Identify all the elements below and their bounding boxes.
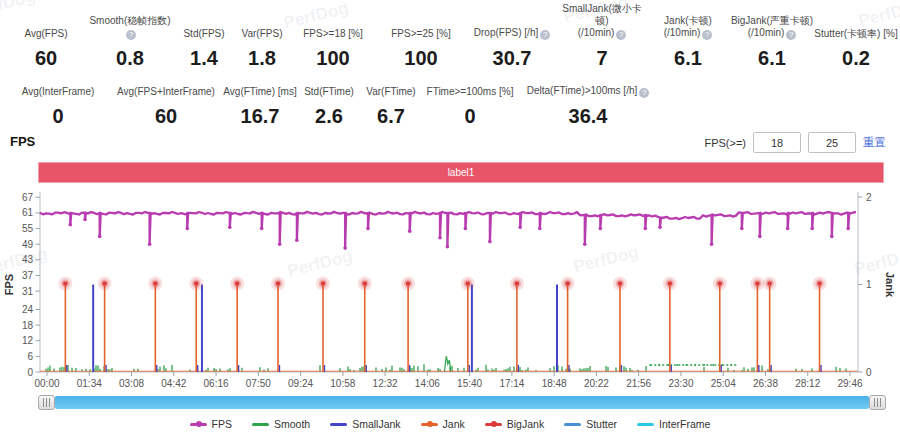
metric-cell: Delta(FTime)>100ms [/h]?36.4 (518, 70, 658, 128)
fps-threshold-controls: FPS(>=) 重置 (704, 132, 886, 153)
metric-value: 6.1 (758, 46, 786, 70)
fps-chart[interactable]: 676155494337312418126021000:0001:3403:08… (0, 185, 900, 393)
legend-item-fps[interactable]: FPS (190, 418, 232, 430)
scrollbar-range[interactable] (55, 396, 869, 409)
axis-tick-label: 1 (866, 279, 872, 290)
legend-item-smalljank[interactable]: SmallJank (330, 418, 400, 430)
axis-tick-label: 17:14 (499, 378, 524, 389)
axis-tick-label: 0 (866, 367, 872, 378)
axis-tick-label: 24 (22, 304, 34, 315)
metric-cell: Stutter(卡顿率) [%]0.2 (814, 6, 898, 70)
metric-cell: Avg(FPS+InterFrame)60 (110, 70, 222, 128)
metric-label: Stutter(卡顿率) [%] (814, 28, 897, 40)
metric-cell: FPS>=18 [%]100 (290, 6, 376, 70)
metric-value: 100 (404, 46, 437, 70)
fps-threshold-input-low[interactable] (753, 132, 801, 153)
fps-marker (488, 240, 492, 244)
bigjank-marker (235, 281, 240, 286)
metric-cell: Avg(InterFrame)0 (6, 70, 110, 128)
bigjank-marker (755, 281, 760, 286)
metric-value: 100 (316, 46, 349, 70)
bigjank-marker (565, 281, 570, 286)
legend-item-stutter[interactable]: Stutter (564, 418, 617, 430)
help-icon[interactable]: ? (540, 30, 550, 40)
axis-tick-label: 29:46 (837, 378, 862, 389)
metric-cell: SmallJank(微小卡顿) (/10min)?7 (558, 6, 646, 70)
bigjank-marker (153, 281, 158, 286)
bigjank-marker (276, 281, 281, 286)
axis-tick-label: 20:22 (584, 378, 609, 389)
bigjank-marker (406, 281, 411, 286)
axis-tick-label: 6 (27, 351, 33, 362)
fps-marker (758, 235, 762, 239)
axis-tick-label: FPS (3, 274, 15, 295)
axis-tick-label: 28:12 (795, 378, 820, 389)
legend-label: Stutter (586, 418, 617, 430)
legend-item-smooth[interactable]: Smooth (252, 418, 310, 430)
scrollbar-left-handle[interactable] (38, 395, 55, 410)
metric-value: 30.7 (493, 46, 532, 70)
bigjank-marker (767, 281, 772, 286)
bigjank-marker (194, 281, 199, 286)
fps-marker (830, 235, 834, 239)
metric-cell: Avg(FTime) [ms]16.7 (222, 70, 298, 128)
metric-cell: Jank(卡顿) (/10min)?6.1 (646, 6, 730, 70)
axis-tick-label: 01:34 (77, 378, 102, 389)
legend-swatch (485, 423, 502, 426)
fps-marker (260, 227, 264, 231)
fps-marker (68, 223, 72, 227)
help-icon[interactable]: ? (702, 30, 712, 40)
fps-marker (658, 225, 662, 229)
label1-banner[interactable]: label1 (38, 162, 884, 183)
fps-marker (599, 227, 603, 231)
metric-cell: FTime>=100ms [%]0 (422, 70, 518, 128)
axis-tick-label: 0 (27, 367, 33, 378)
legend-marker-dot (491, 421, 497, 427)
smooth-dot (694, 364, 696, 366)
legend-item-interframe[interactable]: InterFrame (637, 418, 710, 430)
help-icon[interactable]: ? (616, 30, 626, 40)
axis-tick-label: Jank (884, 272, 896, 298)
metric-value: 0.2 (842, 46, 870, 70)
metric-value: 0.8 (116, 46, 144, 70)
help-icon[interactable]: ? (126, 30, 136, 40)
metric-value: 60 (155, 104, 177, 128)
axis-tick-label: 23:30 (668, 378, 693, 389)
legend-label: SmallJank (352, 418, 400, 430)
metric-label: Avg(FPS+InterFrame) (117, 86, 215, 98)
bigjank-marker (817, 281, 822, 286)
bigjank-marker (102, 281, 107, 286)
fps-marker (408, 229, 412, 233)
help-icon[interactable]: ? (786, 30, 796, 40)
help-icon[interactable]: ? (639, 88, 649, 98)
axis-tick-label: 2 (866, 192, 872, 203)
metric-label: FPS>=18 [%] (303, 28, 362, 40)
bigjank-marker (515, 281, 520, 286)
legend-swatch (564, 423, 581, 426)
metric-value: 1.4 (190, 46, 218, 70)
fps-marker (228, 225, 232, 229)
axis-tick-label: 14:06 (415, 378, 440, 389)
axis-tick-label: 67 (22, 192, 34, 203)
metric-value: 6.7 (377, 104, 405, 128)
bigjank-marker (466, 281, 471, 286)
axis-tick-label: 61 (22, 207, 34, 218)
axis-tick-label: 21:56 (626, 378, 651, 389)
section-title: FPS (10, 134, 35, 149)
fps-marker (83, 218, 87, 222)
scrollbar-right-handle[interactable] (869, 395, 886, 410)
fps-threshold-input-high[interactable] (808, 132, 856, 153)
metrics-row-1: Avg(FPS)60Smooth(稳帧指数)?0.8Std(FPS)1.4Var… (0, 6, 900, 70)
bigjank-marker (362, 281, 367, 286)
axis-tick-label: 18:48 (542, 378, 567, 389)
legend-item-jank[interactable]: Jank (421, 418, 465, 430)
metric-value: 6.1 (674, 46, 702, 70)
legend-label: Jank (443, 418, 465, 430)
legend-swatch (421, 423, 438, 426)
axis-tick-label: 09:24 (288, 378, 313, 389)
metric-value: 2.6 (315, 104, 343, 128)
fps-marker (583, 242, 587, 246)
reset-button[interactable]: 重置 (863, 135, 886, 150)
legend-item-bigjank[interactable]: BigJank (485, 418, 544, 430)
metrics-row-2: Avg(InterFrame)0Avg(FPS+InterFrame)60Avg… (0, 70, 900, 128)
